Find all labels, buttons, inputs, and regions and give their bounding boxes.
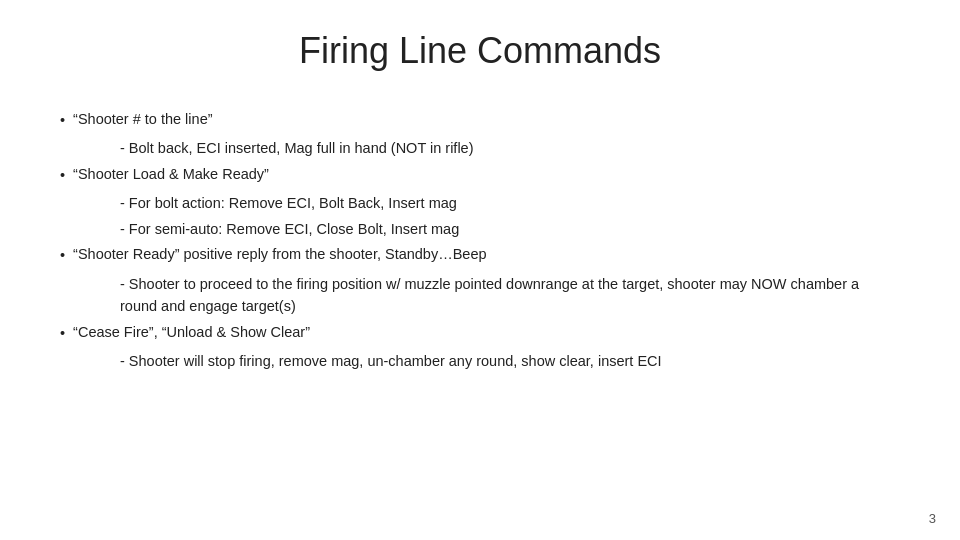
bullet-text-4: “Cease Fire”, “Unload & Show Clear” [73, 321, 900, 343]
bullet-dot-2: • [60, 164, 65, 186]
slide-container: Firing Line Commands • “Shooter # to the… [0, 0, 960, 540]
bullet-item-3: • “Shooter Ready” positive reply from th… [60, 243, 900, 266]
sub-item-2-2: - For semi-auto: Remove ECI, Close Bolt,… [120, 218, 900, 240]
bullet-dot-1: • [60, 109, 65, 131]
bullet-text-3: “Shooter Ready” positive reply from the … [73, 243, 900, 265]
page-number: 3 [929, 511, 936, 526]
sub-item-4-1: - Shooter will stop firing, remove mag, … [120, 350, 900, 372]
bullet-dot-4: • [60, 322, 65, 344]
content-area: • “Shooter # to the line” - Bolt back, E… [60, 108, 900, 510]
slide-title: Firing Line Commands [60, 30, 900, 80]
bullet-item-4: • “Cease Fire”, “Unload & Show Clear” [60, 321, 900, 344]
bullet-dot-3: • [60, 244, 65, 266]
sub-item-1-1: - Bolt back, ECI inserted, Mag full in h… [120, 137, 900, 159]
sub-item-3-1: - Shooter to proceed to the firing posit… [120, 273, 900, 318]
bullet-item-1: • “Shooter # to the line” [60, 108, 900, 131]
bullet-text-2: “Shooter Load & Make Ready” [73, 163, 900, 185]
bullet-item-2: • “Shooter Load & Make Ready” [60, 163, 900, 186]
sub-item-2-1: - For bolt action: Remove ECI, Bolt Back… [120, 192, 900, 214]
bullet-text-1: “Shooter # to the line” [73, 108, 900, 130]
